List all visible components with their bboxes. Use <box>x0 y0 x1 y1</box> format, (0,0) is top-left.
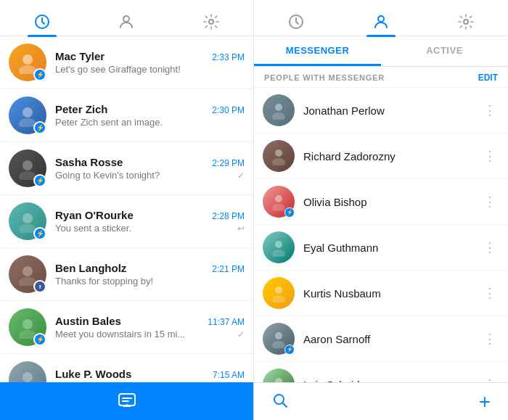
svg-rect-17 <box>119 394 135 405</box>
conv-status-7: ✓ <box>237 382 245 383</box>
svg-point-2 <box>209 20 213 24</box>
conversation-item-4[interactable]: ⚡ Ryan O'Rourke 2:28 PM You sent a stick… <box>0 195 253 248</box>
conversation-item-3[interactable]: ⚡ Sasha Rosse 2:29 PM Going to Kevin's t… <box>0 142 253 195</box>
conv-content-3: Sasha Rosse 2:29 PM Going to Kevin's ton… <box>55 156 245 181</box>
conv-content-4: Ryan O'Rourke 2:28 PM You sent a sticker… <box>55 209 245 234</box>
left-tab-settings[interactable] <box>197 7 226 36</box>
svg-point-30 <box>272 250 285 257</box>
people-section-header: PEOPLE WITH MESSENGER EDIT <box>254 67 508 88</box>
conversation-item-1[interactable]: ⚡ Mac Tyler 2:33 PM Let's go see Giraffa… <box>0 36 253 89</box>
people-item-5[interactable]: Kurtis Nusbaum ⋮ <box>254 271 508 316</box>
conv-content-5: Ben Langholz 2:21 PM Thanks for stopping… <box>55 262 245 287</box>
conv-time-7: 7:15 AM <box>213 370 245 380</box>
avatar-wrapper-2: ⚡ <box>9 96 46 134</box>
conv-message-6: Meet you downstairs in 15 mi... <box>55 329 185 339</box>
conv-name-5: Ben Langholz <box>55 262 126 274</box>
svg-point-34 <box>272 341 285 348</box>
people-avatar-2 <box>263 140 295 172</box>
avatar-wrapper-7: ⚡ <box>9 361 46 382</box>
badge-5: f <box>33 280 46 293</box>
right-tab-messages[interactable] <box>282 7 311 36</box>
people-more-4[interactable]: ⋮ <box>480 239 499 255</box>
people-name-7: Luiz Scheidegger <box>303 379 480 383</box>
people-more-7[interactable]: ⋮ <box>480 376 499 382</box>
people-name-5: Kurtis Nusbaum <box>303 287 480 300</box>
people-avatar-4 <box>263 231 295 263</box>
people-avatar-wrapper-3: ⚡ <box>263 186 295 218</box>
conversation-item-7[interactable]: ⚡ Luke P. Woods 7:15 AM I think you shou… <box>0 354 253 382</box>
right-tab-settings[interactable] <box>451 7 480 36</box>
right-tab-people[interactable] <box>366 7 396 36</box>
badge-1: ⚡ <box>33 68 46 81</box>
left-compose-bar[interactable] <box>0 382 253 420</box>
people-badge-3: ⚡ <box>284 207 295 218</box>
edit-button[interactable]: EDIT <box>478 73 498 83</box>
svg-point-35 <box>275 378 282 382</box>
conversation-item-5[interactable]: f Ben Langholz 2:21 PM Thanks for stoppi… <box>0 248 253 301</box>
tab-messenger[interactable]: MESSENGER <box>254 36 381 66</box>
add-button[interactable]: + <box>479 392 491 412</box>
people-avatar-5 <box>263 277 295 309</box>
badge-2: ⚡ <box>33 121 46 134</box>
conversation-item-6[interactable]: ⚡ Austin Bales 11:37 AM Meet you downsta… <box>0 301 253 354</box>
svg-point-11 <box>22 266 33 276</box>
people-name-6: Aaron Sarnoff <box>303 333 480 345</box>
svg-point-25 <box>275 149 282 157</box>
badge-6: ⚡ <box>33 333 46 346</box>
svg-point-27 <box>275 195 282 202</box>
tab-active[interactable]: ACTIVE <box>381 36 508 66</box>
people-avatar-wrapper-6: ⚡ <box>263 323 295 355</box>
svg-point-9 <box>22 213 33 223</box>
conv-name-1: Mac Tyler <box>55 50 105 62</box>
svg-point-33 <box>275 332 282 339</box>
conv-content-2: Peter Zich 2:30 PM Peter Zich sent an im… <box>55 103 245 128</box>
conv-time-4: 2:28 PM <box>212 211 245 221</box>
left-panel: ⚡ Mac Tyler 2:33 PM Let's go see Giraffa… <box>0 0 254 420</box>
search-button[interactable] <box>271 392 289 412</box>
left-tab-people[interactable] <box>112 7 141 36</box>
people-list: Jonathan Perlow ⋮ Richard Zadorozny ⋮ ⚡ … <box>254 88 508 382</box>
svg-point-15 <box>22 372 33 382</box>
people-more-1[interactable]: ⋮ <box>480 102 499 118</box>
conv-time-5: 2:21 PM <box>212 264 245 274</box>
people-avatar-1 <box>263 94 295 126</box>
people-item-2[interactable]: Richard Zadorozny ⋮ <box>254 133 508 179</box>
avatar-wrapper-1: ⚡ <box>9 44 46 81</box>
svg-point-1 <box>123 16 129 22</box>
people-name-2: Richard Zadorozny <box>303 150 480 162</box>
badge-3: ⚡ <box>33 174 46 187</box>
left-tab-messages[interactable] <box>28 7 57 36</box>
svg-point-22 <box>464 20 468 24</box>
conv-message-1: Let's go see Giraffage tonight! <box>55 64 181 75</box>
conv-time-6: 11:37 AM <box>208 317 245 327</box>
people-more-2[interactable]: ⋮ <box>480 148 499 164</box>
conv-message-3: Going to Kevin's tonight? <box>55 170 160 181</box>
people-item-3[interactable]: ⚡ Olivia Bishop ⋮ <box>254 179 508 225</box>
svg-point-31 <box>275 287 282 294</box>
svg-point-26 <box>272 158 285 165</box>
people-more-6[interactable]: ⋮ <box>480 331 499 347</box>
people-name-3: Olivia Bishop <box>303 196 480 208</box>
conv-message-5: Thanks for stopping by! <box>55 276 153 287</box>
avatar-7 <box>9 361 46 382</box>
conv-name-6: Austin Bales <box>55 315 121 327</box>
conversation-item-2[interactable]: ⚡ Peter Zich 2:30 PM Peter Zich sent an … <box>0 89 253 142</box>
people-item-4[interactable]: Eyal Guthmann ⋮ <box>254 225 508 271</box>
people-more-5[interactable]: ⋮ <box>480 285 499 301</box>
svg-point-28 <box>272 204 285 211</box>
conv-content-1: Mac Tyler 2:33 PM Let's go see Giraffage… <box>55 50 245 75</box>
conv-status-6: ✓ <box>237 329 245 339</box>
people-name-1: Jonathan Perlow <box>303 104 480 117</box>
people-item-1[interactable]: Jonathan Perlow ⋮ <box>254 88 508 133</box>
svg-point-23 <box>275 104 282 111</box>
people-item-6[interactable]: ⚡ Aaron Sarnoff ⋮ <box>254 316 508 362</box>
right-tab-bar: MESSENGER ACTIVE <box>254 36 508 67</box>
compose-icon <box>117 391 137 411</box>
people-item-7[interactable]: Luiz Scheidegger ⋮ <box>254 362 508 382</box>
avatar-wrapper-4: ⚡ <box>9 202 46 240</box>
conv-time-3: 2:29 PM <box>212 158 245 168</box>
conv-message-4: You sent a sticker. <box>55 223 131 234</box>
svg-point-21 <box>378 16 384 22</box>
people-more-3[interactable]: ⋮ <box>480 194 499 210</box>
people-name-4: Eyal Guthmann <box>303 242 480 254</box>
